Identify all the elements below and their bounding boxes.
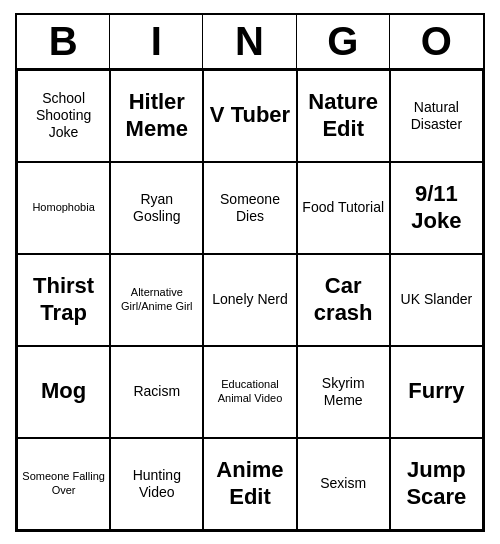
bingo-cell: Car crash	[297, 254, 390, 346]
bingo-cell: Jump Scare	[390, 438, 483, 530]
bingo-cell: 9/11 Joke	[390, 162, 483, 254]
bingo-header: BINGO	[17, 15, 483, 70]
bingo-cell: Racism	[110, 346, 203, 438]
bingo-cell: Someone Falling Over	[17, 438, 110, 530]
bingo-cell: School Shooting Joke	[17, 70, 110, 162]
header-letter: N	[203, 15, 296, 68]
header-letter: G	[297, 15, 390, 68]
bingo-cell: Someone Dies	[203, 162, 296, 254]
bingo-cell: V Tuber	[203, 70, 296, 162]
bingo-cell: Homophobia	[17, 162, 110, 254]
header-letter: I	[110, 15, 203, 68]
bingo-cell: Hunting Video	[110, 438, 203, 530]
bingo-cell: Hitler Meme	[110, 70, 203, 162]
header-letter: B	[17, 15, 110, 68]
bingo-cell: Sexism	[297, 438, 390, 530]
header-letter: O	[390, 15, 483, 68]
bingo-cell: Nature Edit	[297, 70, 390, 162]
bingo-cell: Thirst Trap	[17, 254, 110, 346]
bingo-cell: Educational Animal Video	[203, 346, 296, 438]
bingo-cell: Lonely Nerd	[203, 254, 296, 346]
bingo-cell: Food Tutorial	[297, 162, 390, 254]
bingo-cell: Furry	[390, 346, 483, 438]
bingo-cell: Anime Edit	[203, 438, 296, 530]
bingo-cell: UK Slander	[390, 254, 483, 346]
bingo-cell: Mog	[17, 346, 110, 438]
bingo-card: BINGO School Shooting JokeHitler MemeV T…	[15, 13, 485, 532]
bingo-cell: Skyrim Meme	[297, 346, 390, 438]
bingo-cell: Ryan Gosling	[110, 162, 203, 254]
bingo-cell: Natural Disaster	[390, 70, 483, 162]
bingo-cell: Alternative Girl/Anime Girl	[110, 254, 203, 346]
bingo-grid: School Shooting JokeHitler MemeV TuberNa…	[17, 70, 483, 530]
